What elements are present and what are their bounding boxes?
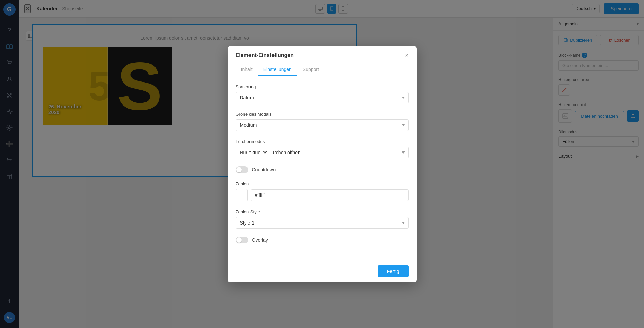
- zahlen-style-label: Zahlen Style: [236, 209, 409, 214]
- groesse-modal-select[interactable]: Medium: [236, 119, 409, 131]
- modal-overlay: Element-Einstellungen × Inhalt Einstellu…: [0, 0, 644, 328]
- sortierung-label: Sortierung: [236, 84, 409, 89]
- fertig-button[interactable]: Fertig: [378, 265, 409, 277]
- tab-inhalt[interactable]: Inhalt: [236, 63, 258, 76]
- modal-header: Element-Einstellungen ×: [228, 46, 417, 59]
- zahlen-color-preview[interactable]: [236, 189, 248, 201]
- zahlen-color-row: [236, 189, 409, 201]
- sortierung-select[interactable]: Datum: [236, 92, 409, 103]
- tuerchenmodus-select[interactable]: Nur aktuelles Türchen öffnen: [236, 147, 409, 158]
- zahlen-field: Zahlen: [236, 181, 409, 201]
- countdown-toggle-knob: [236, 167, 242, 172]
- countdown-label: Countdown: [252, 167, 276, 172]
- modal-close-button[interactable]: ×: [405, 52, 409, 59]
- groesse-modal-label: Größe des Modals: [236, 112, 409, 117]
- sortierung-select-wrapper: Datum: [236, 92, 409, 103]
- modal-footer: Fertig: [228, 260, 417, 282]
- sortierung-field: Sortierung Datum: [236, 84, 409, 103]
- overlay-toggle-knob: [236, 237, 242, 243]
- tab-einstellungen[interactable]: Einstellungen: [258, 63, 297, 76]
- overlay-field: Overlay: [236, 237, 409, 243]
- zahlen-style-select[interactable]: Style 1: [236, 217, 409, 229]
- groesse-modal-field: Größe des Modals Medium: [236, 112, 409, 131]
- overlay-label: Overlay: [252, 237, 268, 243]
- tuerchenmodus-label: Türchenmodus: [236, 139, 409, 144]
- modal-body: Sortierung Datum Größe des Modals Medium: [228, 76, 417, 260]
- zahlen-style-select-wrapper: Style 1: [236, 217, 409, 229]
- countdown-toggle[interactable]: [236, 166, 248, 173]
- zahlen-style-field: Zahlen Style Style 1: [236, 209, 409, 229]
- groesse-modal-select-wrapper: Medium: [236, 119, 409, 131]
- tab-support[interactable]: Support: [297, 63, 325, 76]
- overlay-toggle[interactable]: [236, 237, 248, 243]
- modal-title: Element-Einstellungen: [236, 52, 294, 58]
- tuerchenmodus-field: Türchenmodus Nur aktuelles Türchen öffne…: [236, 139, 409, 158]
- countdown-field: Countdown: [236, 166, 409, 173]
- modal-tabs: Inhalt Einstellungen Support: [228, 63, 417, 76]
- zahlen-color-input[interactable]: [251, 189, 409, 201]
- zahlen-label: Zahlen: [236, 181, 409, 186]
- tuerchenmodus-select-wrapper: Nur aktuelles Türchen öffnen: [236, 147, 409, 158]
- element-settings-modal: Element-Einstellungen × Inhalt Einstellu…: [228, 46, 417, 282]
